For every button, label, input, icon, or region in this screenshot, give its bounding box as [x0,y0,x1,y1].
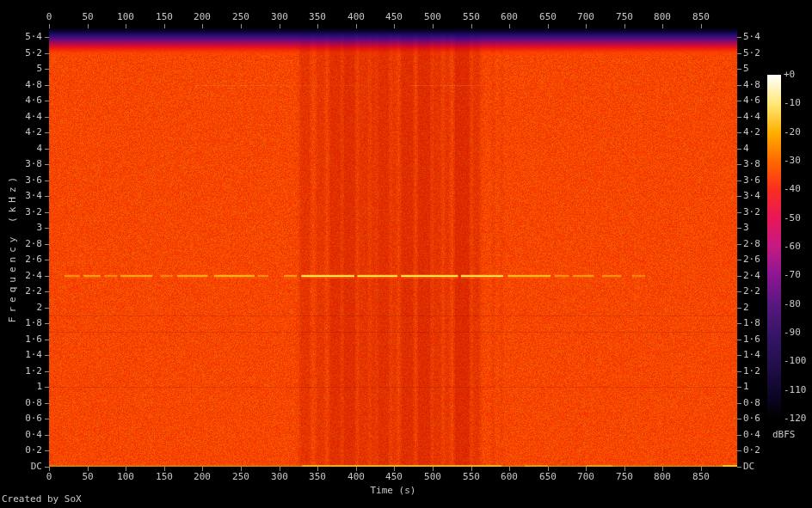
x-tick-label: 150 [147,472,181,482]
x-tick-mark [394,467,395,471]
x-tick-mark [49,467,50,471]
x-tick-label: 150 [147,12,181,22]
x-tick-mark [548,467,549,471]
x-tick-label: 250 [224,472,258,482]
x-tick-label: 100 [108,472,143,482]
x-tick-label: 550 [454,472,489,482]
x-tick-label: 650 [531,472,565,482]
y-tick-mark [737,85,741,86]
y-tick-mark [737,101,741,101]
y-tick-label: 5·4 [743,32,784,42]
colorbar-tick-label: -60 [784,242,812,252]
colorbar-tick-label: -110 [784,385,812,395]
x-tick-mark [701,467,702,471]
x-tick-mark [202,467,203,471]
y-tick-mark [737,149,741,150]
y-tick-mark [737,117,741,118]
x-tick-label: 50 [71,12,105,22]
y-tick-mark [737,387,741,388]
x-tick-label: 0 [32,472,66,482]
y-tick-mark [737,467,741,468]
x-tick-mark [662,467,663,471]
x-tick-label: 800 [645,12,680,22]
y-tick-mark [737,132,741,133]
colorbar-tick-label: -10 [784,98,812,108]
y-tick-mark [737,435,741,436]
y-tick-label: 1 [2,382,42,392]
y-tick-label: 5·2 [743,48,784,58]
x-tick-mark [509,467,510,471]
x-tick-mark [433,467,434,471]
colorbar-tick-label: -70 [784,270,812,280]
x-tick-mark [317,467,318,471]
x-tick-label: 850 [684,472,718,482]
y-tick-label: 4·4 [2,112,42,122]
y-tick-mark [737,450,741,451]
y-tick-label: 5·2 [2,48,42,58]
colorbar-tick-label: -100 [784,356,812,366]
x-tick-mark [88,467,89,471]
y-tick-label: DC [2,462,42,472]
y-tick-label: 5 [2,64,42,74]
colorbar-tick-label: -120 [784,413,812,424]
x-tick-mark [356,467,357,471]
x-tick-label: 350 [300,12,335,22]
x-tick-mark [164,467,165,471]
x-tick-label: 400 [339,12,373,22]
y-tick-mark [737,323,741,324]
y-tick-label: 4·6 [2,95,42,106]
x-tick-label: 250 [224,12,258,22]
x-tick-label: 300 [262,12,297,22]
y-tick-mark [737,355,741,356]
colorbar-tick-label: +0 [784,70,812,80]
x-tick-mark [624,467,625,471]
y-tick-mark [737,260,741,260]
colorbar-title: dBFS [772,429,796,440]
x-tick-label: 600 [492,12,526,22]
x-tick-label: 650 [531,12,565,22]
x-tick-label: 550 [454,12,489,22]
colorbar-tick-label: -30 [784,156,812,166]
y-tick-mark [737,212,741,213]
x-tick-label: 100 [108,12,143,22]
y-tick-mark [737,37,741,38]
y-tick-mark [737,403,741,404]
spectrogram-canvas [49,28,737,467]
x-tick-label: 350 [300,472,335,482]
credit-text: Created by SoX [2,493,82,505]
x-tick-label: 50 [71,472,105,482]
x-tick-label: 750 [607,472,642,482]
x-tick-mark [280,467,280,471]
colorbar-tick-label: -80 [784,299,812,309]
x-tick-label: 700 [569,12,603,22]
colorbar-tick-label: -50 [784,213,812,223]
spectrogram-window: 0050501001001501502002002502503003003503… [0,0,812,508]
y-tick-mark [737,164,741,165]
y-tick-mark [737,196,741,197]
x-tick-mark [126,467,126,471]
y-tick-label: 0·2 [2,445,42,456]
x-tick-label: 600 [492,472,526,482]
colorbar-tick-label: -90 [784,327,812,338]
x-tick-label: 750 [607,12,642,22]
x-tick-mark [241,467,242,471]
y-tick-mark [737,371,741,372]
y-tick-mark [737,291,741,292]
y-tick-label: 1·4 [2,350,42,360]
x-tick-label: 0 [32,12,66,22]
y-tick-mark [737,69,741,70]
y-tick-label: 1·6 [2,334,42,345]
colorbar [767,75,781,419]
y-tick-mark [737,53,741,54]
y-axis-title: Frequency (kHz) [7,173,18,322]
x-tick-label: 200 [185,472,219,482]
y-tick-mark [737,244,741,245]
y-tick-mark [737,181,741,181]
x-tick-label: 850 [684,12,718,22]
y-tick-label: DC [743,462,784,472]
x-tick-label: 450 [377,472,411,482]
x-tick-label: 450 [377,12,411,22]
y-tick-label: 4·2 [2,127,42,138]
y-tick-label: 0·2 [743,445,784,456]
y-tick-mark [737,276,741,277]
